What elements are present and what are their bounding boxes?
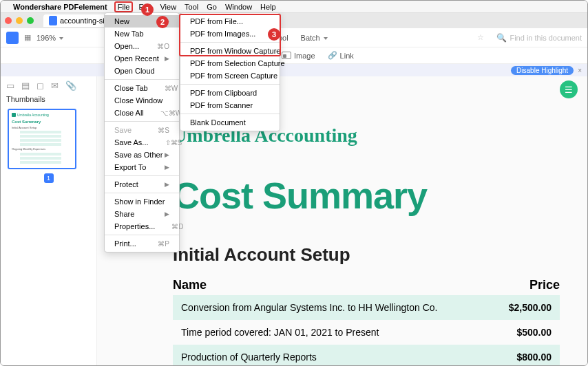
highlight-banner: Disable Highlight × — [1, 64, 587, 76]
thumbnails-panel: ▭ ▤ ◻ ✉ 📎 Thumbnails Umbrella Accounting… — [1, 76, 97, 365]
chevron-right-icon: ▶ — [165, 55, 169, 62]
image-icon — [282, 52, 291, 59]
attachment2-icon[interactable]: 📎 — [65, 80, 76, 91]
callout-badge-1: 1 — [141, 3, 154, 16]
callout-badge-3: 3 — [268, 28, 280, 41]
submenu-pdf-window-capture[interactable]: PDF from Window Capture — [180, 45, 280, 57]
menu-help[interactable]: Help — [260, 3, 276, 11]
menu-protect[interactable]: Protect▶ — [105, 178, 179, 191]
menu-close-all[interactable]: Close All⌥⌘W — [105, 107, 179, 119]
insert-link-button[interactable]: 🔗 Link — [328, 51, 354, 60]
menu-open[interactable]: Open...⌘O — [105, 40, 179, 52]
menu-close-tab[interactable]: Close Tab⌘W — [105, 82, 179, 94]
menu-show-in-finder[interactable]: Show in Finder — [105, 195, 179, 208]
search-icon: 🔍 — [496, 33, 507, 43]
menu-new-tab[interactable]: New Tab — [105, 28, 179, 40]
submenu-pdf-from-images[interactable]: PDF from Images... — [180, 28, 280, 40]
thumbnails-icon[interactable]: ▭ — [6, 80, 14, 91]
thumbnails-toggle-icon[interactable]: ▦ — [24, 33, 31, 42]
chevron-right-icon: ▶ — [165, 164, 169, 171]
table-row: Time period covered: JAN 01, 2021 to Pre… — [173, 320, 560, 345]
mac-menubar: Wondershare PDFelement File Edit View To… — [1, 1, 587, 13]
edit-toolbar: Image 🔗 Link — [1, 47, 587, 64]
col-price: Price — [477, 278, 560, 292]
menu-print[interactable]: Print...⌘P — [105, 237, 179, 250]
floating-action-button[interactable]: ☰ — [560, 80, 578, 98]
chevron-down-icon — [324, 37, 328, 40]
chevron-right-icon: ▶ — [165, 181, 169, 188]
app-name: Wondershare PDFelement — [13, 3, 107, 11]
main-area: ▭ ▤ ◻ ✉ 📎 Thumbnails Umbrella Accounting… — [1, 76, 587, 365]
new-submenu-dropdown: PDF from File... PDF from Images... PDF … — [180, 12, 280, 131]
tab-bar: accounting-sign_opti × + — [1, 13, 587, 28]
callout-badge-2: 2 — [156, 16, 169, 28]
submenu-pdf-clipboard[interactable]: PDF from Clipboard — [180, 87, 280, 99]
page-thumbnail[interactable]: Umbrella Accounting Cost Summary Initial… — [8, 109, 76, 169]
menu-properties[interactable]: Properties...⌘D — [105, 220, 179, 233]
sidebar-icons: ▭ ▤ ◻ ✉ 📎 — [6, 80, 91, 91]
menu-close-window[interactable]: Close Window⇧⌘W — [105, 94, 179, 107]
menu-save-as[interactable]: Save As...⇧⌘S — [105, 136, 179, 149]
col-name: Name — [173, 278, 477, 292]
doc-title: Cost Summary — [173, 174, 560, 217]
note-icon: ☰ — [565, 85, 573, 95]
menu-save-other[interactable]: Save as Other▶ — [105, 149, 179, 161]
page-number-badge: 1 — [44, 173, 54, 183]
fullscreen-window-button[interactable] — [27, 17, 34, 24]
submenu-blank-document[interactable]: Blank Document — [180, 116, 280, 129]
zoom-level[interactable]: 196% — [36, 34, 63, 42]
menu-share[interactable]: Share▶ — [105, 208, 179, 220]
chevron-right-icon: ▶ — [165, 151, 169, 158]
file-menu-dropdown: New▶ New Tab Open...⌘O Open Recent▶ Open… — [104, 12, 180, 252]
main-toolbar: ▦ 196% rm Security Tool Batch ☆ 🔍 Find i… — [1, 28, 587, 47]
menu-save[interactable]: Save⌘S — [105, 124, 179, 136]
toolbar-batch[interactable]: Batch — [301, 34, 328, 42]
table-row: Conversion from Angular Systems Inc. to … — [173, 295, 560, 320]
menu-open-recent[interactable]: Open Recent▶ — [105, 52, 179, 65]
menu-file[interactable]: File — [114, 1, 134, 12]
menu-go[interactable]: Go — [207, 3, 217, 11]
chevron-down-icon — [59, 37, 63, 40]
submenu-pdf-screen-capture[interactable]: PDF from Screen Capture — [180, 69, 280, 82]
search-box[interactable]: 🔍 Find in this document — [496, 33, 582, 43]
close-window-button[interactable] — [5, 17, 12, 24]
sidebar-title: Thumbnails — [6, 95, 91, 103]
attachments-icon[interactable]: ✉ — [51, 80, 59, 91]
app-logo-icon[interactable] — [6, 32, 19, 44]
bookmarks-icon[interactable]: ▤ — [21, 80, 30, 91]
pdf-icon — [49, 16, 57, 25]
table-header: Name Price — [173, 275, 560, 295]
chevron-right-icon: ▶ — [165, 211, 169, 217]
submenu-pdf-from-file[interactable]: PDF from File... — [180, 15, 280, 28]
menu-open-cloud[interactable]: Open Cloud — [105, 65, 179, 77]
menu-export-to[interactable]: Export To▶ — [105, 161, 179, 173]
menu-view[interactable]: View — [160, 3, 176, 11]
table-row: Production of Quarterly Reports $800.00 — [173, 345, 560, 365]
window-controls — [5, 17, 34, 24]
comments-icon[interactable]: ◻ — [36, 80, 44, 91]
disable-highlight-button[interactable]: Disable Highlight — [511, 66, 574, 75]
close-banner-icon[interactable]: × — [578, 67, 582, 74]
menu-tool[interactable]: Tool — [185, 3, 198, 11]
menu-window[interactable]: Window — [225, 3, 252, 11]
link-icon: 🔗 — [328, 51, 337, 60]
submenu-pdf-selection-capture[interactable]: PDF from Selection Capture — [180, 57, 280, 69]
pricing-table: Name Price Conversion from Angular Syste… — [173, 275, 560, 365]
search-placeholder: Find in this document — [510, 34, 582, 42]
star-icon[interactable]: ☆ — [477, 33, 484, 42]
minimize-window-button[interactable] — [16, 17, 23, 24]
insert-image-button[interactable]: Image — [282, 52, 315, 60]
doc-section: Initial Account Setup — [173, 244, 560, 266]
submenu-pdf-scanner[interactable]: PDF from Scanner — [180, 99, 280, 111]
